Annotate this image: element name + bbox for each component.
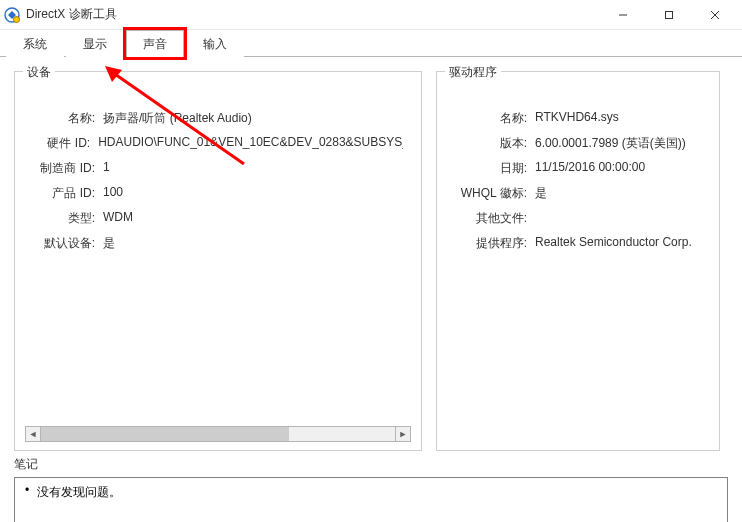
device-name-value: 扬声器/听筒 (Realtek Audio) [103,110,252,127]
device-hscrollbar[interactable]: ◄ ► [25,426,411,442]
device-legend: 设备 [23,64,55,81]
device-type-value: WDM [103,210,133,224]
notes-box[interactable]: • 没有发现问题。 [14,477,728,522]
device-hwid-value: HDAUDIO\FUNC_01&VEN_10EC&DEV_0283&SUBSYS… [98,135,403,149]
tab-display[interactable]: 显示 [66,30,124,57]
titlebar: DirectX 诊断工具 [0,0,742,30]
device-prod-value: 100 [103,185,123,199]
app-icon [4,7,20,23]
driver-name-label: 名称: [455,110,527,127]
tab-bar: 系统 显示 声音 输入 [0,30,742,56]
driver-provider-value: Realtek Semiconductor Corp. [535,235,692,249]
svg-rect-3 [666,11,673,18]
window-controls [600,0,738,30]
device-default-label: 默认设备: [33,235,95,252]
driver-groupbox: 驱动程序 名称: RTKVHD64.sys 版本: 6.00.0001.7989… [436,71,720,451]
device-hwid-label: 硬件 ID: [33,135,90,152]
device-mfg-value: 1 [103,160,110,174]
content-area: 设备 名称: 扬声器/听筒 (Realtek Audio) 硬件 ID: HDA… [0,56,742,456]
driver-date-value: 11/15/2016 00:00:00 [535,160,645,174]
driver-whql-value: 是 [535,185,547,202]
maximize-button[interactable] [646,0,692,30]
driver-date-label: 日期: [455,160,527,177]
notes-text: 没有发现问题。 [37,484,121,501]
bullet-icon: • [25,484,29,496]
close-button[interactable] [692,0,738,30]
device-name-label: 名称: [33,110,95,127]
driver-whql-label: WHQL 徽标: [455,185,527,202]
scroll-thumb[interactable] [41,427,289,441]
svg-point-1 [14,16,20,22]
notes-label: 笔记 [14,456,728,473]
window-title: DirectX 诊断工具 [26,6,600,23]
tab-sound[interactable]: 声音 [126,30,184,57]
scroll-left-button[interactable]: ◄ [25,426,41,442]
driver-provider-label: 提供程序: [455,235,527,252]
notes-section: 笔记 • 没有发现问题。 [0,456,742,522]
driver-other-label: 其他文件: [455,210,527,227]
device-type-label: 类型: [33,210,95,227]
device-prod-label: 产品 ID: [33,185,95,202]
device-mfg-label: 制造商 ID: [33,160,95,177]
driver-ver-label: 版本: [455,135,527,152]
driver-name-value: RTKVHD64.sys [535,110,619,124]
scroll-right-button[interactable]: ► [395,426,411,442]
scroll-track[interactable] [41,426,395,442]
tab-input[interactable]: 输入 [186,30,244,57]
driver-ver-value: 6.00.0001.7989 (英语(美国)) [535,135,686,152]
driver-legend: 驱动程序 [445,64,501,81]
minimize-button[interactable] [600,0,646,30]
tab-system[interactable]: 系统 [6,30,64,57]
device-default-value: 是 [103,235,115,252]
device-groupbox: 设备 名称: 扬声器/听筒 (Realtek Audio) 硬件 ID: HDA… [14,71,422,451]
